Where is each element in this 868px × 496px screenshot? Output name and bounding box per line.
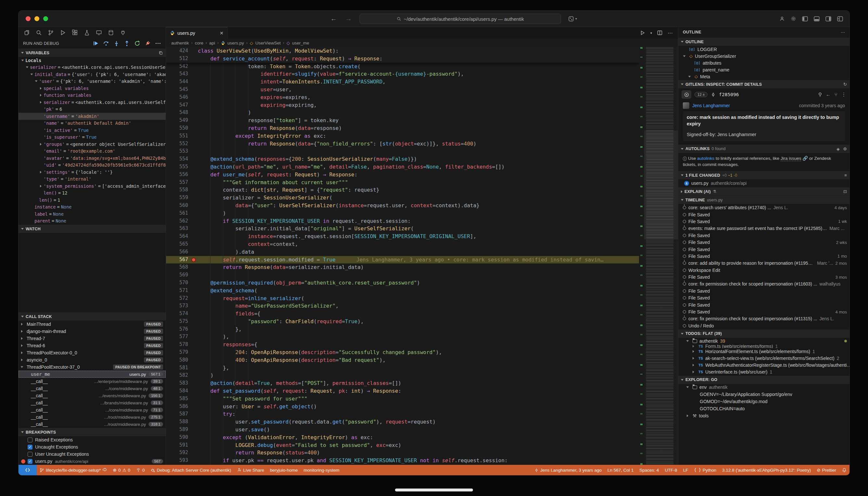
variable-row[interactable]: 'avatar'='data:image/svg+xml;base64,PHN2… [18, 155, 166, 162]
breakpoint-row[interactable]: ✓users.pyauthentik/core/api567 [18, 458, 166, 465]
todos-section-header[interactable]: TODOS: FLAT (39) [678, 329, 850, 338]
editor-more-actions-icon[interactable]: ⋯ [668, 30, 673, 36]
language-mode-status[interactable]: { } Python [691, 465, 719, 475]
timeline-item[interactable]: events: make sure password set event has… [678, 225, 850, 232]
expand-chevron-icon[interactable] [693, 350, 694, 353]
gutter[interactable] [189, 225, 198, 233]
indentation-status[interactable]: Spaces: 4 [636, 465, 662, 475]
encoding-status[interactable]: UTF-8 [662, 465, 680, 475]
variable-row[interactable]: Locals [18, 57, 166, 64]
gutter[interactable] [189, 333, 198, 341]
call-stack-frame[interactable]: __call__.../events/middleware.py156:1 [18, 392, 166, 399]
variable-row[interactable]: instance=None [18, 204, 166, 211]
gutter[interactable] [189, 341, 198, 348]
expand-chevron-icon[interactable] [40, 87, 42, 90]
gutter[interactable] [189, 387, 198, 395]
breakpoint-row[interactable]: ✓Uncaught Exceptions [18, 444, 166, 451]
jira-issues-link[interactable]: Jira issues [780, 156, 802, 161]
command-center-search[interactable]: ~/dev/authentik/authentik/core/api/users… [360, 14, 561, 24]
todos-file-row[interactable]: TSak-search-select-view.ts (web/src/elem… [678, 355, 850, 362]
expand-chevron-icon[interactable] [40, 143, 42, 145]
disconnect-icon[interactable] [144, 40, 151, 46]
gutter[interactable] [189, 47, 198, 55]
variable-row[interactable]: 'system_permissions'=['access_admin_inte… [18, 183, 166, 190]
gutter[interactable] [189, 395, 198, 403]
toggle-primary-sidebar-icon[interactable] [802, 16, 808, 21]
gutter[interactable] [189, 356, 198, 364]
window-controls[interactable] [26, 16, 48, 21]
variable-row[interactable]: 'pk'=6 [18, 106, 166, 113]
go-tools-row[interactable]: ⚒tools [678, 412, 850, 419]
continue-icon[interactable] [93, 40, 99, 46]
step-into-icon[interactable] [113, 40, 120, 46]
expand-chevron-icon[interactable] [693, 345, 694, 347]
timeline-item[interactable]: File Saved4 mos [678, 308, 850, 315]
expand-chevron-icon[interactable] [693, 371, 694, 373]
outline-item[interactable]: [@]parent_name [678, 66, 850, 73]
git-branch-status[interactable]: lifecycle/fix-debugger-setup* [37, 465, 110, 475]
variable-row[interactable]: 'email'='root@example.com' [18, 148, 166, 155]
timeline-item[interactable]: Workspace Edit [678, 267, 850, 274]
gutter[interactable] [189, 418, 198, 426]
explain-ai-section-header[interactable]: EXPLAIN (AI) ⚗ ⊡ [678, 187, 850, 196]
variable-row[interactable]: len()=1 [18, 197, 166, 204]
gutter[interactable] [189, 410, 198, 418]
notifications-bell[interactable] [839, 465, 850, 475]
run-and-debug-icon[interactable] [58, 28, 67, 37]
timeline-item[interactable]: File Saved1 wk [678, 218, 850, 225]
gutter[interactable] [189, 233, 198, 241]
call-stack-thread[interactable]: Thread-7PAUSED [18, 335, 166, 342]
formatter-status[interactable]: ⊘ Prettier [814, 465, 839, 475]
variable-row[interactable]: function variables [18, 92, 166, 99]
variable-row[interactable]: 'is_active'=True [18, 127, 166, 134]
variable-row[interactable]: serializer=<authentik.core.api.users.Ses… [18, 64, 166, 71]
breakpoint-checkbox[interactable] [28, 452, 32, 457]
expand-chevron-icon[interactable] [40, 171, 42, 173]
variable-row[interactable]: label=None [18, 211, 166, 218]
go-env-var-row[interactable]: GOMOD=~/dev/authentik/go.mod [678, 398, 850, 405]
gutter[interactable] [189, 379, 198, 387]
kebab-menu-icon[interactable]: ⋮ [841, 92, 846, 97]
autolinks-section-header[interactable]: AUTOLINKS 0 found ◈⚙ [678, 144, 850, 153]
gutter[interactable] [189, 217, 198, 225]
timeline-item[interactable]: File Saved3 mos [678, 274, 850, 280]
gutter[interactable] [189, 403, 198, 410]
gutter[interactable] [189, 63, 198, 71]
gutter[interactable] [189, 186, 198, 194]
go-env-var-row[interactable]: GOENV=~/Library/Application Support/go/e… [678, 391, 850, 398]
history-back-icon[interactable]: ← [330, 15, 337, 22]
gutter[interactable] [189, 263, 198, 271]
breadcrumb-item-UserViewSet[interactable]: UserViewSet [255, 41, 281, 45]
expand-chevron-icon[interactable] [21, 59, 24, 61]
feedback-icon[interactable]: ⊡ [843, 189, 847, 194]
gutter[interactable] [189, 179, 198, 186]
go-env-var-row[interactable]: GOTOOLCHAIN=auto [678, 405, 850, 412]
graph-icon[interactable]: ⑂ [835, 92, 837, 97]
outline-item[interactable]: [@]attributes [678, 59, 850, 66]
files-changed-section-header[interactable]: 1 FILE CHANGED +0 ~1 -0 ≡ [678, 171, 850, 179]
breadcrumb-item-core[interactable]: core [195, 41, 203, 45]
gutter[interactable] [189, 171, 198, 179]
python-interpreter-status[interactable]: 3.12.8 ('authentik-xEAhpGPh-py3.12': Poe… [719, 465, 814, 475]
todos-file-row[interactable]: TSUserInterface.ts (web/src/user)1 [678, 369, 850, 375]
todos-file-row[interactable]: TSWebAuthnAuthenticatorRegisterStage.ts … [678, 362, 850, 369]
call-stack-frame[interactable]: __call__.../root/middleware.py275:1 [18, 414, 166, 421]
database-icon[interactable] [106, 28, 115, 37]
expand-chevron-icon[interactable] [687, 415, 688, 417]
breadcrumb[interactable]: authentik›core›api›users.py›◇UserViewSet… [166, 38, 678, 47]
autolinks-settings-icon[interactable]: ⚙ [843, 146, 847, 151]
timeline-item[interactable]: core: fix permission check for scoped im… [678, 281, 850, 288]
remote-explorer-icon[interactable] [94, 28, 104, 37]
variable-row[interactable]: 'is_superuser'=True [18, 134, 166, 141]
call-stack-frame[interactable]: __call__.../core/middleware.py48:1 [18, 385, 166, 392]
gutter[interactable] [189, 241, 198, 248]
expand-chevron-icon[interactable] [21, 344, 23, 347]
gutter[interactable] [189, 86, 198, 94]
expand-chevron-icon[interactable] [40, 94, 42, 96]
gutter[interactable] [189, 372, 198, 379]
call-stack-section-header[interactable]: CALL STACK [18, 312, 166, 321]
call-stack-frame[interactable]: __call__.../enterprise/middleware.py39:1 [18, 378, 166, 385]
history-forward-icon[interactable]: → [345, 15, 352, 22]
gutter[interactable] [189, 94, 198, 101]
gutter[interactable] [189, 295, 198, 303]
